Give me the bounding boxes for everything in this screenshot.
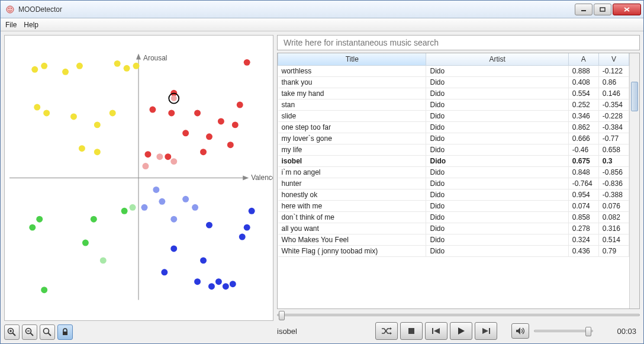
table-row[interactable]: honestly okDido0.954-0.388 (278, 189, 629, 201)
volume-slider[interactable] (534, 330, 593, 332)
scrollbar-thumb[interactable] (631, 82, 638, 111)
scatter-point[interactable] (142, 163, 149, 169)
scatter-point[interactable] (29, 224, 36, 231)
scatter-point[interactable] (244, 59, 250, 66)
scatter-point[interactable] (121, 208, 128, 214)
column-header-a[interactable]: A (568, 53, 598, 66)
scatter-point[interactable] (156, 153, 163, 160)
scatter-point[interactable] (70, 113, 77, 120)
scatter-point[interactable] (94, 149, 101, 155)
scatter-point[interactable] (206, 133, 212, 140)
zoom-in-button[interactable] (4, 324, 20, 340)
seek-thumb[interactable] (279, 311, 285, 320)
scatter-point[interactable] (76, 63, 83, 69)
scatter-point[interactable] (43, 110, 50, 117)
scatter-point[interactable] (244, 224, 250, 231)
scatter-point[interactable] (94, 121, 101, 128)
search-input[interactable] (282, 37, 635, 48)
scatter-point[interactable] (218, 118, 224, 124)
scatter-point[interactable] (232, 121, 239, 128)
table-row[interactable]: isobelDido0.6750.3 (278, 156, 629, 167)
scatter-point[interactable] (91, 216, 97, 223)
scatter-point[interactable] (31, 66, 38, 73)
scatter-point[interactable] (133, 63, 140, 69)
scatter-point[interactable] (200, 257, 207, 263)
scatter-point[interactable] (82, 240, 89, 246)
table-row[interactable]: take my handDido0.5540.146 (278, 88, 629, 99)
close-button[interactable] (613, 4, 641, 15)
scatter-point[interactable] (194, 278, 201, 285)
scatter-point[interactable] (182, 196, 189, 202)
next-button[interactable] (475, 322, 497, 340)
table-row[interactable]: my lover`s goneDido0.666-0.77 (278, 133, 629, 144)
scatter-point[interactable] (141, 204, 147, 211)
scatter-point[interactable] (237, 102, 243, 108)
scatter-point[interactable] (159, 198, 165, 205)
scatter-point[interactable] (153, 187, 159, 193)
table-row[interactable]: Who Makes You FeelDido0.3240.514 (278, 234, 629, 246)
scatter-point[interactable] (149, 107, 156, 113)
menu-file[interactable]: File (5, 21, 17, 29)
scatter-point[interactable] (200, 149, 207, 155)
scatter-point[interactable] (79, 145, 85, 152)
scatter-point[interactable] (239, 234, 246, 240)
scatter-point[interactable] (170, 216, 177, 223)
maximize-button[interactable] (594, 4, 611, 15)
scatter-point[interactable] (41, 63, 47, 69)
minimize-button[interactable] (575, 4, 593, 15)
scatter-point[interactable] (223, 283, 229, 290)
titlebar[interactable]: MOODetector (1, 1, 643, 18)
table-row[interactable]: worthlessDido0.888-0.122 (278, 66, 629, 77)
scatter-point[interactable] (230, 281, 236, 287)
scatter-point[interactable] (206, 222, 212, 229)
table-row[interactable]: hunterDido-0.764-0.836 (278, 178, 629, 189)
search-box[interactable] (277, 35, 640, 50)
scatter-point[interactable] (34, 104, 40, 111)
scatter-point[interactable] (144, 151, 151, 157)
zoom-out-button[interactable] (22, 324, 37, 340)
column-header-artist[interactable]: Artist (426, 53, 568, 66)
scatter-point[interactable] (161, 269, 168, 275)
table-row[interactable]: don`t think of meDido0.8580.082 (278, 212, 629, 223)
scatter-point[interactable] (170, 158, 177, 165)
scatter-point[interactable] (227, 142, 234, 148)
table-row[interactable]: here with meDido0.0740.076 (278, 201, 629, 212)
volume-thumb[interactable] (585, 327, 591, 336)
shuffle-button[interactable] (375, 322, 398, 340)
scatter-point[interactable] (208, 283, 215, 290)
scatter-point[interactable] (249, 208, 255, 214)
scatter-point[interactable] (170, 245, 177, 252)
lock-button[interactable] (57, 324, 73, 340)
table-row[interactable]: my lifeDido-0.460.658 (278, 144, 629, 156)
selected-point[interactable] (171, 95, 177, 101)
table-row[interactable]: thank youDido0.4080.86 (278, 77, 629, 88)
mood-scatter-plot[interactable]: Arousal Valence (4, 35, 273, 321)
table-row[interactable]: stanDido0.252-0.354 (278, 99, 629, 111)
table-row[interactable]: slideDido0.346-0.228 (278, 111, 629, 122)
scatter-point[interactable] (41, 287, 47, 293)
table-row[interactable]: one step too farDido0.862-0.384 (278, 122, 629, 133)
stop-button[interactable] (400, 322, 423, 340)
scatter-point[interactable] (114, 60, 121, 67)
column-header-title[interactable]: Title (278, 53, 426, 66)
column-header-v[interactable]: V (598, 53, 629, 66)
scatter-point[interactable] (215, 278, 222, 285)
scatter-point[interactable] (168, 110, 175, 117)
table-row[interactable]: White Flag ( jonny toobad mix)Dido0.4360… (278, 246, 629, 257)
scatter-point[interactable] (194, 110, 201, 117)
scatter-point[interactable] (100, 257, 107, 263)
seek-bar[interactable] (277, 314, 640, 316)
scatter-point[interactable] (182, 130, 189, 136)
play-button[interactable] (450, 322, 472, 340)
table-row[interactable]: all you wantDido0.2780.316 (278, 223, 629, 234)
scatter-point[interactable] (62, 69, 69, 75)
zoom-reset-button[interactable] (40, 324, 55, 340)
table-row[interactable]: i`m no angelDido0.848-0.856 (278, 167, 629, 178)
table-scrollbar[interactable] (629, 53, 639, 308)
scatter-point[interactable] (124, 65, 130, 72)
previous-button[interactable] (425, 322, 447, 340)
scatter-point[interactable] (192, 204, 198, 211)
menu-help[interactable]: Help (24, 21, 38, 29)
scatter-point[interactable] (110, 110, 116, 117)
volume-button[interactable] (511, 323, 529, 339)
